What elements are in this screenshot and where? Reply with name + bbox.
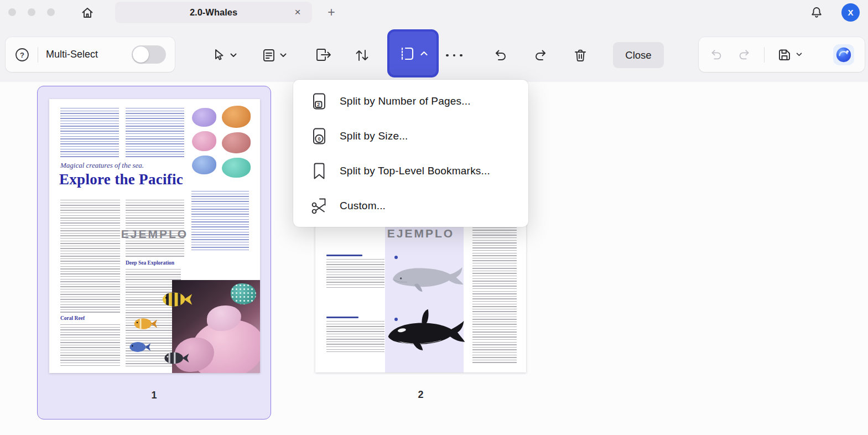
watermark: EJEMPLO [315, 227, 526, 240]
page-list-icon [261, 48, 277, 63]
undo-icon [492, 47, 509, 64]
cursor-icon [211, 48, 227, 63]
menu-item-split-by-bookmarks[interactable]: Split by Top-Level Bookmarks... [293, 153, 528, 188]
annotations-list-button[interactable] [261, 42, 287, 69]
close-label: Close [625, 49, 651, 61]
page-1-section-coral-reef: Coral Reef [60, 315, 85, 321]
blue-fish [128, 339, 152, 355]
new-tab-button[interactable]: + [323, 4, 340, 20]
coral-illustration [222, 158, 251, 178]
page-number-2: 2 [304, 389, 538, 401]
menu-item-custom[interactable]: Custom... [293, 188, 528, 223]
text-block [326, 255, 384, 288]
page-1-subtitle: Magical creatures of the sea. [60, 161, 144, 170]
text-block [60, 108, 119, 158]
svg-text:2: 2 [317, 101, 320, 107]
svg-text:0: 0 [318, 136, 321, 142]
text-block [126, 108, 184, 158]
coral-illustration [222, 132, 251, 153]
redo-button[interactable] [532, 42, 549, 69]
orca-illustration [384, 308, 468, 359]
menu-item-split-by-pages[interactable]: 2 Split by Number of Pages... [293, 84, 528, 118]
menu-item-label: Custom... [340, 200, 386, 212]
chevron-down-icon [280, 53, 287, 58]
multi-select-label: Multi-Select [46, 49, 98, 60]
ai-assistant-button[interactable] [833, 44, 855, 66]
text-block [191, 191, 249, 252]
watermark: EJEMPLO [49, 227, 260, 241]
divider [764, 47, 765, 63]
page-thumbnail-1[interactable]: Magical creatures of the sea. Explore th… [37, 86, 271, 420]
text-block [326, 317, 384, 352]
window-zoom-button[interactable] [47, 8, 55, 16]
text-block [60, 200, 120, 313]
coral-illustration [192, 156, 216, 174]
page-1-preview: Magical creatures of the sea. Explore th… [49, 99, 260, 373]
dark-striped-fish [162, 349, 191, 367]
menu-item-label: Split by Size... [340, 130, 408, 142]
page-number-icon: 2 [309, 92, 330, 111]
save-button[interactable] [777, 47, 802, 63]
header-bar: 2.0-Whales × + X ? Multi-Select [0, 0, 868, 82]
redo-icon [736, 47, 752, 63]
close-mode-button[interactable]: Close [613, 42, 664, 68]
home-button[interactable] [79, 4, 96, 22]
more-tools-button[interactable] [446, 42, 462, 69]
document-tab[interactable]: 2.0-Whales × [115, 2, 312, 23]
menu-item-label: Split by Top-Level Bookmarks... [340, 165, 490, 177]
split-icon [398, 45, 416, 63]
window-minimize-button[interactable] [28, 8, 35, 16]
divider [38, 47, 38, 63]
menu-item-split-by-size[interactable]: 0 Split by Size... [293, 118, 528, 153]
svg-text:?: ? [20, 51, 24, 59]
help-button[interactable]: ? [14, 47, 30, 63]
replace-pages-button[interactable] [353, 42, 371, 69]
spotted-rock [231, 283, 256, 304]
extract-pages-button[interactable] [314, 42, 332, 69]
multi-select-group: ? Multi-Select [6, 37, 175, 72]
more-icon [446, 54, 462, 57]
undo-button-secondary[interactable] [709, 47, 724, 63]
text-block [60, 324, 120, 367]
scissors-icon [309, 196, 330, 215]
yellow-fish [132, 315, 159, 333]
page-1-title: Explore the Pacific [59, 171, 183, 188]
menu-item-label: Split by Number of Pages... [340, 95, 471, 107]
help-icon: ? [14, 47, 30, 63]
page-number-1: 1 [38, 390, 271, 401]
text-label [326, 255, 362, 256]
account-avatar[interactable]: X [841, 3, 860, 22]
extract-icon [314, 47, 332, 64]
coral-illustration [192, 131, 216, 151]
select-tool-button[interactable] [211, 42, 237, 69]
redo-icon [532, 47, 549, 64]
size-icon: 0 [309, 127, 330, 146]
app-window: 2.0-Whales × + X ? Multi-Select [0, 0, 868, 435]
delete-pages-button[interactable] [572, 42, 589, 69]
coral-illustration [192, 108, 216, 127]
page-1-section-deep-sea: Deep Sea Exploration [126, 260, 174, 266]
undo-button[interactable] [492, 42, 509, 69]
ai-assistant-icon [833, 44, 855, 66]
swap-arrows-icon [353, 47, 371, 64]
split-pages-button[interactable] [387, 29, 439, 77]
tab-close-icon[interactable]: × [291, 6, 304, 19]
undo-icon [709, 47, 724, 63]
text-lines [326, 321, 384, 352]
notifications-button[interactable] [808, 4, 825, 22]
right-actions-group [699, 37, 865, 72]
text-label [326, 317, 358, 318]
chevron-down-icon [796, 53, 802, 56]
window-close-button[interactable] [8, 8, 16, 16]
bookmark-icon [309, 162, 330, 180]
chevron-up-icon [420, 51, 428, 56]
tab-title: 2.0-Whales [190, 7, 237, 18]
coral-illustration [222, 106, 251, 128]
multi-select-toggle[interactable] [132, 45, 166, 64]
toggle-knob [133, 46, 149, 63]
save-icon [777, 47, 792, 63]
redo-button-secondary[interactable] [736, 47, 752, 63]
split-dropdown-menu: 2 Split by Number of Pages... 0 Split by… [293, 80, 528, 227]
bell-icon [809, 6, 824, 20]
gray-whale-illustration [387, 258, 465, 299]
